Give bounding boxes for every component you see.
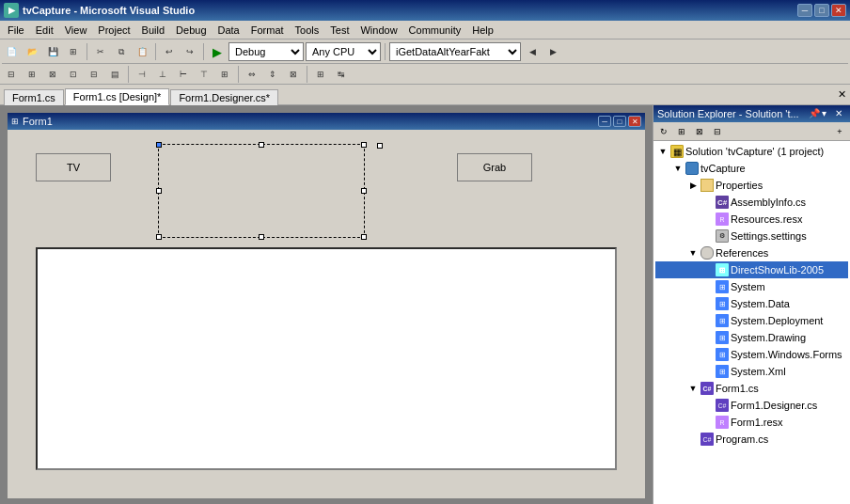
project-expander[interactable]: ▼ <box>670 161 685 176</box>
form-close-btn[interactable]: ✕ <box>628 116 641 127</box>
close-button[interactable]: ✕ <box>831 4 846 17</box>
tree-system-deployment[interactable]: ▶ ⊞ System.Deployment <box>655 312 848 329</box>
format-btn-3[interactable]: ⊠ <box>43 65 62 84</box>
tree-form1cs[interactable]: ▼ C# Form1.cs <box>655 380 848 397</box>
form-content[interactable]: TV Grab <box>8 130 645 498</box>
handle-bl[interactable] <box>156 234 162 240</box>
format-btn-6[interactable]: ▤ <box>105 65 124 84</box>
tv-button[interactable]: TV <box>36 153 111 181</box>
tab-area-close-btn[interactable]: ✕ <box>838 88 846 101</box>
paste-btn[interactable]: 📋 <box>133 42 151 61</box>
se-showfiles-btn[interactable]: ⊠ <box>691 124 708 139</box>
references-expander[interactable]: ▼ <box>685 245 700 260</box>
menu-community[interactable]: Community <box>403 23 467 38</box>
handle-bm[interactable] <box>259 234 264 240</box>
menu-data[interactable]: Data <box>212 23 245 38</box>
open-btn[interactable]: 📂 <box>23 42 41 61</box>
align-btn-1[interactable]: ⊣ <box>133 65 151 84</box>
menu-window[interactable]: Window <box>354 23 402 38</box>
se-refresh-btn[interactable]: ↻ <box>655 124 672 139</box>
copy-btn[interactable]: ⧉ <box>112 42 131 61</box>
tree-program[interactable]: ▶ C# Program.cs <box>655 431 848 448</box>
cpu-dropdown[interactable]: Any CPU x86 <box>306 42 381 61</box>
handle-ml[interactable] <box>156 188 162 194</box>
tree-system[interactable]: ▶ ⊞ System <box>655 278 848 295</box>
size-btn-1[interactable]: ⇔ <box>243 65 261 84</box>
form-maximize-btn[interactable]: □ <box>613 116 626 127</box>
handle-extra[interactable] <box>377 143 383 149</box>
tab-form1cs-design[interactable]: Form1.cs [Design]* <box>65 88 170 105</box>
menu-tools[interactable]: Tools <box>290 23 325 38</box>
align-btn-3[interactable]: ⊢ <box>174 65 193 84</box>
tree-assemblyinfo[interactable]: ▶ C# AssemblyInfo.cs <box>655 194 848 211</box>
se-newsoln-btn[interactable]: + <box>831 124 848 139</box>
tree-form1resx[interactable]: ▶ R Form1.resx <box>655 414 848 431</box>
form-minimize-btn[interactable]: ─ <box>598 116 611 127</box>
tree-form1designer[interactable]: ▶ C# Form1.Designer.cs <box>655 397 848 414</box>
align-btn-2[interactable]: ⊥ <box>153 65 172 84</box>
menu-project[interactable]: Project <box>92 23 135 38</box>
se-pin-btn[interactable]: 📌 <box>809 108 820 119</box>
form1designer-label: Form1.Designer.cs <box>731 400 817 411</box>
handle-tl[interactable] <box>156 142 162 148</box>
grid-btn[interactable]: ⊞ <box>311 65 330 84</box>
nav-forward-btn[interactable]: ▶ <box>543 42 562 61</box>
se-close-btn[interactable]: ✕ <box>835 108 846 119</box>
new-file-btn[interactable]: 📄 <box>2 42 21 61</box>
save-btn[interactable]: 💾 <box>43 42 62 61</box>
form1cs-expander[interactable]: ▼ <box>685 381 700 396</box>
tree-system-data[interactable]: ▶ ⊞ System.Data <box>655 295 848 312</box>
minimize-button[interactable]: ─ <box>797 4 812 17</box>
handle-mr[interactable] <box>361 188 367 194</box>
function-dropdown[interactable]: iGetDataAltYearFakt <box>389 42 521 61</box>
maximize-button[interactable]: □ <box>814 4 829 17</box>
tree-system-winforms[interactable]: ▶ ⊞ System.Windows.Forms <box>655 346 848 363</box>
menu-edit[interactable]: Edit <box>30 23 59 38</box>
panel-control[interactable] <box>36 247 617 470</box>
solution-expander[interactable]: ▼ <box>655 144 670 159</box>
handle-br[interactable] <box>361 234 367 240</box>
size-btn-2[interactable]: ⇕ <box>263 65 282 84</box>
format-btn-5[interactable]: ⊟ <box>85 65 103 84</box>
align-btn-5[interactable]: ⊞ <box>215 65 234 84</box>
tree-references[interactable]: ▼ References <box>655 244 848 261</box>
tree-solution[interactable]: ▼ ▦ Solution 'tvCapture' (1 project) <box>655 143 848 160</box>
menu-build[interactable]: Build <box>136 23 170 38</box>
se-props-btn[interactable]: ⊞ <box>673 124 690 139</box>
tree-system-drawing[interactable]: ▶ ⊞ System.Drawing <box>655 329 848 346</box>
cut-btn[interactable]: ✂ <box>91 42 110 61</box>
tab-form1cs[interactable]: Form1.cs <box>4 89 64 105</box>
tree-directshow[interactable]: ▶ ⊞ DirectShowLib-2005 <box>655 261 848 278</box>
nav-back-btn[interactable]: ◀ <box>523 42 542 61</box>
properties-expander[interactable]: ▶ <box>685 178 700 193</box>
debug-dropdown[interactable]: Debug Release <box>228 42 304 61</box>
tree-project[interactable]: ▼ tvCapture <box>655 160 848 177</box>
tree-resources[interactable]: ▶ R Resources.resx <box>655 211 848 228</box>
se-dropdown-btn[interactable]: ▾ <box>822 108 833 119</box>
handle-tr[interactable] <box>361 142 367 148</box>
menu-debug[interactable]: Debug <box>170 23 212 38</box>
save-all-btn[interactable]: ⊞ <box>64 42 83 61</box>
tree-system-xml[interactable]: ▶ ⊞ System.Xml <box>655 363 848 380</box>
size-btn-3[interactable]: ⊠ <box>284 65 303 84</box>
start-btn[interactable]: ▶ <box>208 42 227 61</box>
handle-tm[interactable] <box>259 142 264 148</box>
menu-format[interactable]: Format <box>245 23 290 38</box>
menu-view[interactable]: View <box>59 23 93 38</box>
format-btn-4[interactable]: ⊡ <box>64 65 83 84</box>
tab-order-btn[interactable]: ↹ <box>332 65 351 84</box>
se-collapse-btn[interactable]: ⊟ <box>709 124 726 139</box>
redo-btn[interactable]: ↪ <box>181 42 199 61</box>
menu-file[interactable]: File <box>2 23 30 38</box>
grab-button[interactable]: Grab <box>457 153 532 181</box>
format-btn-1[interactable]: ⊟ <box>2 65 21 84</box>
tree-settings[interactable]: ▶ ⚙ Settings.settings <box>655 228 848 244</box>
menu-test[interactable]: Test <box>324 23 354 38</box>
undo-btn[interactable]: ↩ <box>160 42 179 61</box>
menu-help[interactable]: Help <box>466 23 499 38</box>
tab-form1designer[interactable]: Form1.Designer.cs* <box>170 89 278 105</box>
align-btn-4[interactable]: ⊤ <box>195 65 213 84</box>
format-btn-2[interactable]: ⊞ <box>23 65 41 84</box>
project-label: tvCapture <box>700 163 746 174</box>
tree-properties[interactable]: ▶ Properties <box>655 177 848 194</box>
